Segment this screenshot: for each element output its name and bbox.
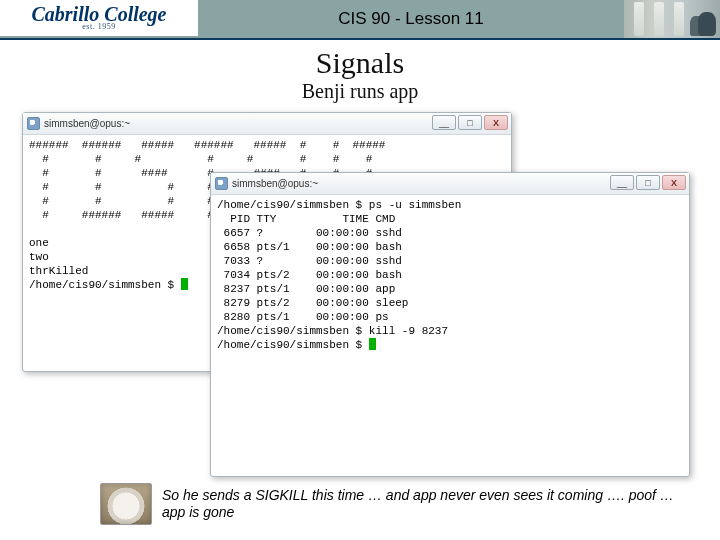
window-buttons-front: __ □ X bbox=[610, 175, 686, 190]
maximize-button[interactable]: □ bbox=[458, 115, 482, 130]
logo-subtext: est. 1959 bbox=[82, 23, 115, 30]
footer: So he sends a SIGKILL this time … and ap… bbox=[100, 483, 690, 525]
slide-title: Signals bbox=[0, 46, 720, 80]
minimize-button[interactable]: __ bbox=[610, 175, 634, 190]
minimize-button[interactable]: __ bbox=[432, 115, 456, 130]
dog-photo bbox=[100, 483, 152, 525]
logo-text: Cabrillo College bbox=[32, 5, 167, 23]
terminal-output-front: /home/cis90/simmsben $ ps -u simmsben PI… bbox=[217, 199, 461, 337]
slide-header: Cabrillo College est. 1959 CIS 90 - Less… bbox=[0, 0, 720, 38]
terminal-prompt-front: /home/cis90/simmsben $ bbox=[217, 339, 369, 351]
course-title: CIS 90 - Lesson 11 bbox=[198, 0, 624, 38]
cursor-icon bbox=[181, 278, 188, 290]
titlebar-back: simmsben@opus:~ __ □ X bbox=[23, 113, 511, 135]
window-buttons-back: __ □ X bbox=[432, 115, 508, 130]
terminal-prompt-back: /home/cis90/simmsben $ bbox=[29, 279, 181, 291]
close-button[interactable]: X bbox=[662, 175, 686, 190]
header-photo bbox=[624, 0, 720, 38]
terminal-window-front: simmsben@opus:~ __ □ X /home/cis90/simms… bbox=[210, 172, 690, 477]
window-title-back: simmsben@opus:~ bbox=[44, 118, 130, 129]
terminal-stage: simmsben@opus:~ __ □ X ###### ###### ###… bbox=[0, 107, 720, 502]
slide-subtitle: Benji runs app bbox=[0, 80, 720, 103]
header-divider bbox=[0, 38, 720, 40]
cursor-icon bbox=[369, 338, 376, 350]
college-logo: Cabrillo College est. 1959 bbox=[0, 0, 198, 38]
putty-icon bbox=[27, 117, 40, 130]
titlebar-front: simmsben@opus:~ __ □ X bbox=[211, 173, 689, 195]
putty-icon bbox=[215, 177, 228, 190]
maximize-button[interactable]: □ bbox=[636, 175, 660, 190]
terminal-body-front: /home/cis90/simmsben $ ps -u simmsben PI… bbox=[211, 195, 689, 355]
caption-text: So he sends a SIGKILL this time … and ap… bbox=[162, 487, 690, 522]
window-title-front: simmsben@opus:~ bbox=[232, 178, 318, 189]
close-button[interactable]: X bbox=[484, 115, 508, 130]
